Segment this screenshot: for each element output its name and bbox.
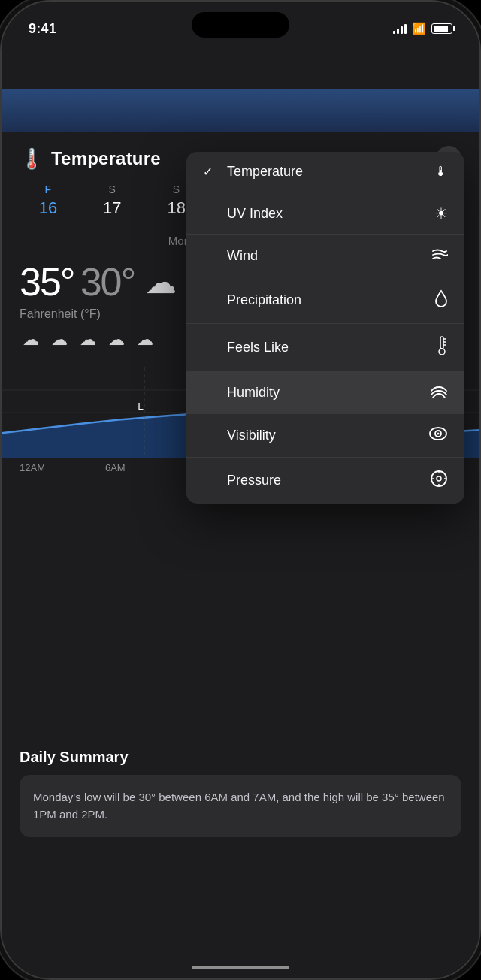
menu-label-feellike: Feels Like: [227, 340, 289, 355]
home-indicator: [192, 966, 289, 969]
status-time: 9:41: [29, 21, 56, 37]
menu-icon-temperature: 🌡: [434, 164, 448, 180]
hourly-cloud-2: ☁: [51, 330, 68, 349]
hourly-cloud-1: ☁: [23, 330, 39, 349]
battery-icon: [431, 23, 452, 34]
menu-label-pressure: Pressure: [227, 473, 281, 488]
menu-item-humidity[interactable]: ✓ Humidity: [186, 372, 464, 414]
thermometer-title-icon: 🌡️: [20, 147, 44, 171]
hourly-cloud-3: ☁: [80, 330, 96, 349]
app-content: 🌡️ Temperature × F 16 S 17 S: [2, 2, 479, 978]
page-title: Temperature: [51, 148, 161, 169]
dropdown-menu: ✓ Temperature 🌡 ✓ UV Index ☀ ✓ Wind: [186, 152, 464, 504]
menu-item-uvindex-left: ✓ UV Index: [203, 206, 283, 222]
menu-icon-wind: [431, 247, 448, 265]
menu-item-feellike-left: ✓ Feels Like: [203, 340, 289, 355]
day-num-sun: 18: [167, 198, 185, 218]
time-label-12am: 12AM: [20, 462, 45, 473]
menu-item-feellike[interactable]: ✓ Feels Like: [186, 324, 464, 372]
menu-label-wind: Wind: [227, 248, 258, 264]
daily-summary-text: Monday's low will be 30° between 6AM and…: [33, 788, 448, 824]
menu-label-precipitation: Precipitation: [227, 292, 301, 308]
status-icons: 📶: [393, 22, 452, 35]
daily-summary-title: Daily Summary: [20, 749, 461, 766]
day-col-sat[interactable]: S 17: [86, 183, 138, 218]
menu-item-precipitation-left: ✓ Precipitation: [203, 292, 301, 308]
title-content: 🌡️ Temperature: [20, 147, 161, 171]
wifi-icon: 📶: [412, 22, 426, 35]
signal-bars-icon: [393, 23, 407, 34]
menu-item-temperature-left: ✓ Temperature: [203, 164, 303, 180]
day-label-sat: S: [109, 183, 116, 195]
dynamic-island: [192, 12, 289, 38]
menu-icon-pressure: [430, 470, 448, 492]
day-label-sun: S: [173, 183, 180, 195]
svg-point-14: [437, 476, 441, 481]
menu-item-humidity-left: ✓ Humidity: [203, 385, 280, 401]
top-accent-bar: [2, 89, 479, 132]
menu-icon-humidity: [430, 384, 448, 401]
menu-label-visibility: Visibility: [227, 428, 276, 443]
time-label-6am: 6AM: [105, 462, 126, 473]
day-num-sat: 17: [103, 198, 121, 218]
menu-label-temperature: Temperature: [227, 164, 303, 180]
checkmark-icon: ✓: [203, 165, 218, 179]
day-num-fri: 16: [39, 198, 57, 218]
menu-icon-uvindex: ☀: [434, 204, 448, 222]
menu-item-wind[interactable]: ✓ Wind: [186, 235, 464, 277]
menu-item-precipitation[interactable]: ✓ Precipitation: [186, 277, 464, 324]
menu-item-wind-left: ✓ Wind: [203, 248, 258, 264]
menu-label-uvindex: UV Index: [227, 206, 283, 222]
temp-low: 30°: [80, 259, 135, 304]
svg-text:L: L: [138, 401, 144, 411]
svg-point-12: [437, 433, 440, 435]
menu-icon-visibility: [428, 426, 448, 445]
day-col-fri[interactable]: F 16: [23, 183, 74, 218]
phone-frame: 9:41 📶 🌡️ Temperature: [0, 0, 481, 980]
cloud-icon: ☁: [145, 264, 177, 301]
day-label-fri: F: [45, 183, 52, 195]
menu-item-uvindex[interactable]: ✓ UV Index ☀: [186, 192, 464, 235]
menu-icon-feellike: [436, 336, 448, 359]
menu-item-pressure-left: ✓ Pressure: [203, 473, 281, 488]
temp-high: 35°: [20, 259, 74, 304]
hourly-cloud-4: ☁: [108, 330, 125, 349]
temp-values: 35° 30°: [20, 259, 135, 304]
daily-summary-section: Daily Summary Monday's low will be 30° b…: [2, 733, 479, 852]
menu-item-visibility[interactable]: ✓ Visibility: [186, 414, 464, 458]
menu-item-visibility-left: ✓ Visibility: [203, 428, 276, 443]
daily-summary-card: Monday's low will be 30° between 6AM and…: [20, 775, 461, 837]
hourly-cloud-5: ☁: [137, 330, 153, 349]
menu-label-humidity: Humidity: [227, 385, 280, 401]
menu-item-pressure[interactable]: ✓ Pressure: [186, 458, 464, 504]
svg-point-6: [439, 349, 445, 355]
menu-item-temperature[interactable]: ✓ Temperature 🌡: [186, 152, 464, 192]
menu-icon-precipitation: [434, 289, 448, 311]
